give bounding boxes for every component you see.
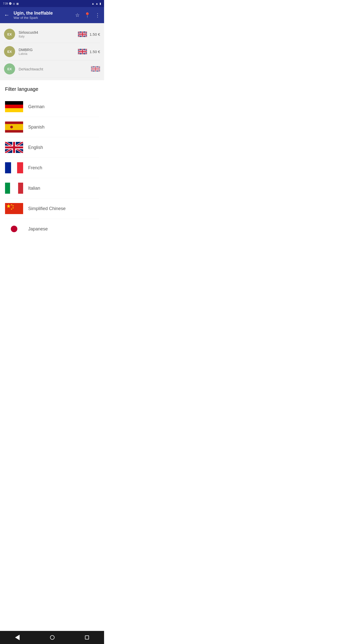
svg-rect-8 bbox=[5, 130, 23, 133]
seller-info: DMBRG Latvia bbox=[19, 48, 74, 56]
signal-icon: ▲ bbox=[96, 2, 98, 5]
language-item-japanese[interactable]: Japanese bbox=[5, 219, 99, 239]
seller-location: Latvia bbox=[19, 52, 74, 56]
seller-name: DMBRG bbox=[19, 48, 74, 52]
status-icon-a: 🅐 bbox=[9, 2, 12, 5]
app-bar-actions: ☆ 📍 ⋮ bbox=[75, 12, 100, 18]
spanish-flag-icon bbox=[5, 122, 23, 133]
seller-name: Sirloscus94 bbox=[19, 30, 74, 34]
language-item-simplified-chinese[interactable]: Simplified Chinese bbox=[5, 198, 99, 219]
svg-rect-16 bbox=[18, 183, 23, 194]
price: 1.50 € bbox=[89, 32, 100, 36]
app-bar-title: Ugin, the Ineffable War of the Spark bbox=[14, 11, 71, 20]
svg-rect-11 bbox=[5, 162, 11, 173]
language-label-german: German bbox=[28, 104, 44, 109]
card-subtitle: War of the Spark bbox=[14, 16, 71, 20]
status-time: 7:39 bbox=[3, 2, 8, 5]
german-flag-icon bbox=[5, 101, 23, 112]
uk-flag-icon bbox=[91, 66, 100, 72]
language-item-italian[interactable]: Italian bbox=[5, 178, 99, 198]
seller-info: DeNachtwacht bbox=[19, 67, 87, 71]
status-icon-b: ◎ bbox=[13, 2, 15, 5]
table-row: EX DMBRG Latvia 1.50 € bbox=[4, 43, 100, 60]
svg-rect-17 bbox=[5, 203, 23, 214]
status-right-icons: ▲ ▲ ▮ bbox=[92, 2, 101, 5]
star-icon[interactable]: ☆ bbox=[75, 12, 80, 18]
svg-rect-4 bbox=[5, 105, 23, 108]
app-bar: ← Ugin, the Ineffable War of the Spark ☆… bbox=[0, 7, 104, 23]
price: 1.50 € bbox=[89, 50, 100, 54]
uk-flag-icon bbox=[78, 31, 87, 37]
avatar: EX bbox=[4, 29, 15, 40]
uk-flag-icon bbox=[78, 49, 87, 54]
status-left: 7:39 🅐 ◎ ▦ bbox=[3, 2, 19, 5]
language-list: German Spanish bbox=[5, 97, 99, 239]
svg-rect-6 bbox=[5, 122, 23, 124]
language-item-french[interactable]: French bbox=[5, 158, 99, 178]
svg-rect-14 bbox=[5, 183, 10, 194]
seller-info: Sirloscus94 Italy bbox=[19, 30, 74, 38]
status-icon-c: ▦ bbox=[16, 2, 19, 5]
table-row: EX Sirloscus94 Italy 1.50 € bbox=[4, 26, 100, 43]
language-label-italian: Italian bbox=[28, 186, 40, 191]
status-bar: 7:39 🅐 ◎ ▦ ▲ ▲ ▮ bbox=[0, 0, 104, 7]
table-row: EX DeNachtwacht bbox=[4, 60, 100, 78]
background-cards: EX Sirloscus94 Italy 1.50 € EX DMBRG Lat… bbox=[0, 23, 104, 80]
svg-rect-5 bbox=[5, 108, 23, 112]
svg-point-24 bbox=[11, 226, 17, 232]
french-flag-icon bbox=[5, 162, 23, 173]
more-icon[interactable]: ⋮ bbox=[95, 12, 100, 18]
back-button[interactable]: ← bbox=[4, 12, 10, 18]
seller-location: Italy bbox=[19, 34, 74, 38]
battery-icon: ▮ bbox=[100, 2, 101, 5]
svg-rect-7 bbox=[5, 124, 23, 130]
card-right: 1.50 € bbox=[78, 49, 100, 54]
svg-rect-3 bbox=[5, 101, 23, 105]
svg-rect-13 bbox=[17, 162, 23, 173]
language-label-french: French bbox=[28, 165, 42, 171]
italian-flag-icon bbox=[5, 183, 23, 194]
language-label-japanese: Japanese bbox=[28, 226, 48, 232]
filter-language-sheet: Filter language German bbox=[0, 80, 104, 242]
location-icon[interactable]: 📍 bbox=[84, 12, 90, 18]
card-title: Ugin, the Ineffable bbox=[14, 11, 71, 16]
japanese-flag-icon bbox=[5, 223, 23, 234]
card-right: 1.50 € bbox=[78, 31, 100, 37]
avatar: EX bbox=[4, 46, 15, 57]
card-right bbox=[91, 66, 100, 72]
language-label-english: English bbox=[28, 145, 43, 150]
filter-language-title: Filter language bbox=[5, 86, 99, 92]
svg-point-9 bbox=[10, 126, 13, 128]
english-flag-icon bbox=[5, 142, 23, 153]
svg-rect-12 bbox=[11, 162, 17, 173]
language-label-simplified-chinese: Simplified Chinese bbox=[28, 206, 66, 211]
seller-name: DeNachtwacht bbox=[19, 67, 87, 71]
wifi-icon: ▲ bbox=[92, 2, 94, 5]
language-item-german[interactable]: German bbox=[5, 97, 99, 117]
language-label-spanish: Spanish bbox=[28, 125, 44, 130]
language-item-spanish[interactable]: Spanish bbox=[5, 117, 99, 137]
language-item-english[interactable]: English bbox=[5, 137, 99, 158]
chinese-flag-icon bbox=[5, 203, 23, 214]
avatar: EX bbox=[4, 63, 15, 74]
svg-rect-15 bbox=[10, 183, 18, 194]
